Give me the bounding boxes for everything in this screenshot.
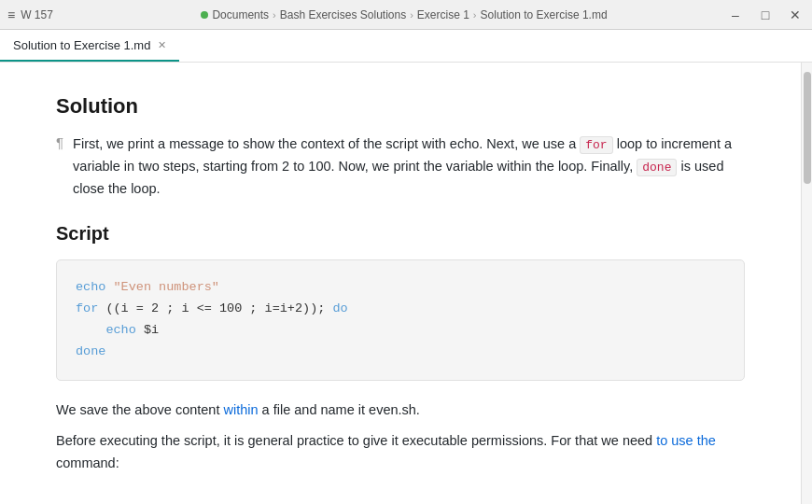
- echo-string: "Even numbers": [114, 280, 219, 294]
- breadcrumb-sep-1: ›: [273, 9, 276, 21]
- for-code: for: [580, 136, 612, 154]
- scrollbar-track[interactable]: [801, 63, 812, 504]
- breadcrumb-file[interactable]: Solution to Exercise 1.md: [481, 8, 608, 21]
- code-line-1: echo "Even numbers": [76, 277, 725, 299]
- tab-close-icon[interactable]: ✕: [156, 38, 168, 52]
- breadcrumb-sep-3: ›: [473, 9, 477, 21]
- scrollbar-thumb[interactable]: [804, 72, 811, 184]
- solution-para-text: First, we print a message to show the co…: [73, 133, 745, 201]
- main-layout: Solution ¶ First, we print a message to …: [0, 63, 812, 504]
- for-keyword: for: [76, 301, 98, 315]
- solution-heading: Solution: [56, 94, 745, 119]
- code-line-2: for ((i = 2 ; i <= 100 ; i=i+2)); do: [76, 299, 725, 320]
- minimize-button[interactable]: –: [726, 6, 745, 24]
- maximize-button[interactable]: □: [756, 6, 775, 24]
- tab-label: Solution to Exercise 1.md: [13, 38, 150, 52]
- para2: We save the above content within a file …: [56, 399, 745, 422]
- code-line-3: echo $i: [76, 320, 725, 342]
- close-button[interactable]: ✕: [786, 6, 805, 24]
- word-count: W 157: [21, 8, 53, 21]
- solution-paragraph: ¶ First, we print a message to show the …: [56, 133, 745, 201]
- echo-keyword-2: echo: [105, 323, 135, 337]
- sync-dot-icon: [201, 11, 208, 19]
- breadcrumb-documents[interactable]: Documents: [212, 8, 269, 21]
- do-keyword: do: [332, 301, 347, 315]
- breadcrumb-bash-exercises[interactable]: Bash Exercises Solutions: [280, 8, 406, 21]
- script-heading: Script: [56, 223, 745, 245]
- hamburger-icon[interactable]: ≡: [7, 7, 15, 22]
- titlebar-left: ≡ W 157: [7, 7, 82, 22]
- titlebar: ≡ W 157 Documents › Bash Exercises Solut…: [0, 0, 812, 30]
- tabbar: Solution to Exercise 1.md ✕: [0, 30, 812, 63]
- para3: Before executing the script, it is gener…: [56, 430, 745, 475]
- echo-keyword-1: echo: [76, 280, 105, 294]
- code-line-4: done: [76, 342, 725, 363]
- tab-solution[interactable]: Solution to Exercise 1.md ✕: [0, 30, 179, 62]
- done-keyword: done: [76, 344, 105, 358]
- breadcrumb-sep-2: ›: [410, 9, 413, 21]
- breadcrumb-exercise1[interactable]: Exercise 1: [417, 8, 469, 21]
- done-code: done: [637, 159, 677, 176]
- content-area: Solution ¶ First, we print a message to …: [0, 63, 801, 504]
- code-block: echo "Even numbers" for ((i = 2 ; i <= 1…: [56, 259, 745, 381]
- pilcrow-icon: ¶: [56, 134, 63, 150]
- titlebar-controls: – □ ✕: [726, 6, 805, 24]
- breadcrumb: Documents › Bash Exercises Solutions › E…: [82, 8, 726, 21]
